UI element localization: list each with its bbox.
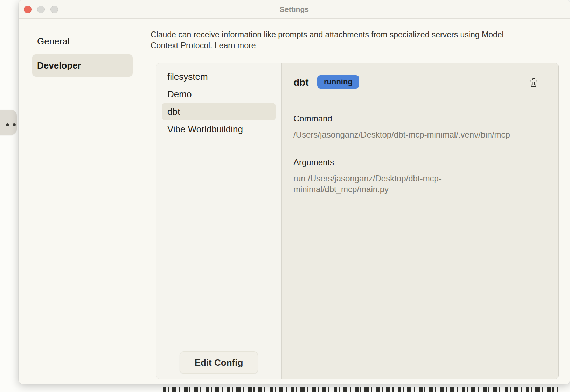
mcp-servers-panel: filesystem Demo dbt Vibe Worldbuilding E…	[156, 63, 559, 379]
drag-dot-icon	[13, 123, 16, 126]
sidebar-item-developer[interactable]: Developer	[32, 54, 133, 77]
sidebar-item-label: Developer	[37, 60, 81, 71]
server-detail-pane: dbt running Command /Users/jasonganz/Des…	[282, 63, 558, 379]
occluded-background-text	[163, 387, 558, 392]
arguments-value: run /Users/jasonganz/Desktop/dbt-mcp-min…	[293, 173, 468, 195]
learn-more-link[interactable]: Learn more	[215, 41, 256, 50]
server-row-dbt[interactable]: dbt	[162, 103, 276, 120]
server-label: Vibe Worldbuilding	[167, 124, 243, 134]
sidebar-item-general[interactable]: General	[32, 32, 133, 50]
screen: { "window": { "title": "Settings" }, "tr…	[0, 0, 570, 392]
server-list: filesystem Demo dbt Vibe Worldbuilding	[156, 63, 281, 138]
server-name: dbt	[293, 77, 309, 88]
server-detail-header: dbt running	[293, 76, 547, 92]
command-value: /Users/jasonganz/Desktop/dbt-mcp-minimal…	[293, 129, 547, 140]
server-row-demo[interactable]: Demo	[162, 85, 276, 103]
server-row-filesystem[interactable]: filesystem	[162, 68, 276, 85]
arguments-label: Arguments	[293, 158, 547, 167]
description-text: Claude can receive information like prom…	[151, 30, 504, 50]
delete-server-button[interactable]	[528, 77, 539, 89]
server-label: filesystem	[167, 71, 208, 82]
drag-dot-icon	[6, 123, 9, 126]
titlebar[interactable]: Settings	[19, 0, 570, 19]
server-list-column: filesystem Demo dbt Vibe Worldbuilding E…	[156, 63, 282, 379]
window-title: Settings	[19, 0, 570, 19]
server-label: dbt	[167, 106, 180, 117]
command-label: Command	[293, 114, 547, 124]
edit-config-button[interactable]: Edit Config	[180, 351, 258, 374]
mcp-description: Claude can receive information like prom…	[151, 29, 532, 51]
background-drag-tab[interactable]	[0, 110, 17, 135]
sidebar-item-label: General	[37, 36, 70, 47]
status-badge: running	[317, 75, 359, 89]
settings-window: Settings General Developer Claude can re…	[19, 0, 570, 384]
trash-icon	[529, 78, 538, 88]
server-row-vibe-worldbuilding[interactable]: Vibe Worldbuilding	[162, 120, 276, 138]
server-label: Demo	[167, 89, 192, 99]
